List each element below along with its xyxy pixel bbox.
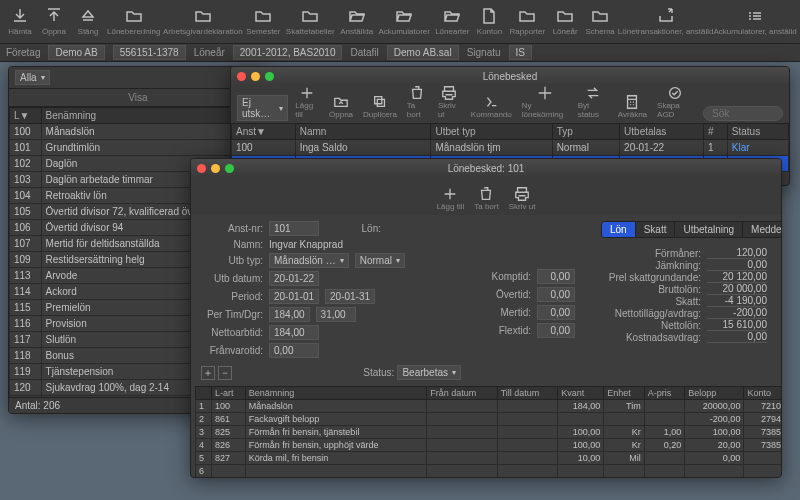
tool-skriv-ut[interactable]: Skriv ut bbox=[506, 184, 539, 213]
table-row[interactable]: 3825Förmån fri bensin, tjänstebil100,00K… bbox=[196, 426, 783, 439]
window-title: Lönebesked bbox=[483, 71, 538, 82]
table-row[interactable]: 100Månadslön bbox=[10, 124, 267, 140]
table-row[interactable]: 2861Fackavgift belopp-200,002794 bbox=[196, 413, 783, 426]
nettoarbtid-input[interactable]: 184,00 bbox=[269, 325, 319, 340]
col-header[interactable]: Konto bbox=[744, 387, 782, 400]
tool-anställda[interactable]: Anställda bbox=[338, 5, 375, 38]
label: Nettoarbtid: bbox=[201, 327, 263, 338]
tool-skriv-ut[interactable]: Skriv ut bbox=[435, 83, 464, 121]
sum-value: -200,00 bbox=[707, 307, 767, 319]
tool-duplicera[interactable]: Duplicera bbox=[360, 92, 400, 121]
remove-icon[interactable]: － bbox=[218, 366, 232, 380]
tool-konton[interactable]: Konton bbox=[473, 5, 505, 38]
status-dropdown[interactable]: Bearbetas bbox=[397, 365, 461, 380]
tab-lön[interactable]: Lön bbox=[602, 222, 636, 237]
filter-dropdown[interactable]: Alla bbox=[15, 70, 50, 85]
sum-label: Bruttolön: bbox=[601, 284, 701, 295]
col-header[interactable]: Status bbox=[727, 124, 788, 140]
tool-skattetabeller[interactable]: Skattetabeller bbox=[285, 5, 336, 38]
tool-arbetsgivardeklaration[interactable]: Arbetsgivardeklaration bbox=[163, 5, 242, 38]
search-input[interactable] bbox=[703, 106, 783, 121]
table-row[interactable]: 101Grundtimlön bbox=[10, 140, 267, 156]
tool-ackumulatorer, anställd[interactable]: Ackumulatorer, anställd bbox=[714, 5, 796, 38]
sum-value: 0,00 bbox=[707, 331, 767, 343]
tool-löneår[interactable]: Löneår bbox=[549, 5, 581, 38]
col-header[interactable]: Från datum bbox=[427, 387, 497, 400]
col-header[interactable]: Benämning bbox=[245, 387, 426, 400]
col-header[interactable]: Till datum bbox=[497, 387, 558, 400]
col-header[interactable]: Anst▼ bbox=[232, 124, 296, 140]
close-icon[interactable] bbox=[237, 72, 246, 81]
label: Anst-nr: bbox=[201, 223, 263, 234]
period-to-input[interactable]: 20-01-31 bbox=[325, 289, 375, 304]
pertim-input[interactable]: 184,00 bbox=[269, 307, 310, 322]
tool-skapa-agd[interactable]: Skapa AGD bbox=[654, 83, 696, 121]
col-header[interactable] bbox=[196, 387, 212, 400]
datafile: Demo AB.sal bbox=[387, 45, 459, 60]
table-row[interactable]: 1100Månadslön184,00Tim20000,007210 bbox=[196, 400, 783, 413]
flextid-input[interactable]: 0,00 bbox=[537, 323, 575, 338]
tool-lägg-till[interactable]: Lägg till bbox=[434, 184, 468, 213]
col-header[interactable]: L-art bbox=[211, 387, 245, 400]
col-header[interactable]: Typ bbox=[552, 124, 619, 140]
tool-rapporter[interactable]: Rapporter bbox=[507, 5, 547, 38]
zoom-icon[interactable] bbox=[225, 164, 234, 173]
utbtyp-dropdown[interactable]: Månadslön … bbox=[269, 253, 349, 268]
col-header[interactable]: Belopp bbox=[685, 387, 744, 400]
tool-lönearter[interactable]: Lönearter bbox=[433, 5, 471, 38]
col-header[interactable]: Utbetalas bbox=[620, 124, 704, 140]
tool-ta-bort[interactable]: Ta bort bbox=[404, 83, 431, 121]
franvarotid-input[interactable]: 0,00 bbox=[269, 343, 319, 358]
label: Övertid: bbox=[481, 289, 531, 300]
sum-label: Skatt: bbox=[601, 296, 701, 307]
utbdatum-input[interactable]: 20-01-22 bbox=[269, 271, 319, 286]
tool-avräkna[interactable]: Avräkna bbox=[615, 92, 650, 121]
minimize-icon[interactable] bbox=[251, 72, 260, 81]
period-from-input[interactable]: 20-01-01 bbox=[269, 289, 319, 304]
col-header[interactable]: Kvant bbox=[558, 387, 604, 400]
label: Period: bbox=[201, 291, 263, 302]
zoom-icon[interactable] bbox=[265, 72, 274, 81]
col-header[interactable]: A-pris bbox=[644, 387, 685, 400]
label: Flextid: bbox=[481, 325, 531, 336]
tool-löneberedning[interactable]: Löneberedning bbox=[106, 5, 161, 38]
table-row[interactable]: 6 bbox=[196, 465, 783, 478]
minimize-icon[interactable] bbox=[211, 164, 220, 173]
tool-öppna[interactable]: Öppna bbox=[326, 92, 356, 121]
sum-value: 15 610,00 bbox=[707, 319, 767, 331]
tool-stäng[interactable]: Stäng bbox=[72, 5, 104, 38]
tool-ta-bort[interactable]: Ta bort bbox=[471, 184, 501, 213]
tool-lägg-till[interactable]: Lägg till bbox=[292, 83, 322, 121]
tab-skatt[interactable]: Skatt bbox=[636, 222, 676, 237]
tool-semester[interactable]: Semester bbox=[244, 5, 282, 38]
col-header[interactable]: Enhet bbox=[604, 387, 645, 400]
tool-schema[interactable]: Schema bbox=[583, 5, 617, 38]
label: Utb datum: bbox=[201, 273, 263, 284]
komptid-input[interactable]: 0,00 bbox=[537, 269, 575, 284]
col-header[interactable]: Utbet typ bbox=[431, 124, 552, 140]
visa-label: Visa bbox=[128, 92, 147, 103]
tool-hämta[interactable]: Hämta bbox=[4, 5, 36, 38]
perdgr-input[interactable]: 31,00 bbox=[316, 307, 356, 322]
table-row[interactable]: 4826Förmån fri bensin, upphöjt värde100,… bbox=[196, 439, 783, 452]
anst-nr-input[interactable]: 101 bbox=[269, 221, 319, 236]
tool-öppna[interactable]: Öppna bbox=[38, 5, 70, 38]
tool-lönetransaktioner, anställd[interactable]: Lönetransaktioner, anställd bbox=[619, 5, 712, 38]
add-icon[interactable]: ＋ bbox=[201, 366, 215, 380]
close-icon[interactable] bbox=[197, 164, 206, 173]
col-header[interactable]: L▼ bbox=[10, 108, 42, 124]
mertid-input[interactable]: 0,00 bbox=[537, 305, 575, 320]
tool-kommando[interactable]: Kommando bbox=[468, 92, 515, 121]
table-row[interactable]: 100Inga SaldoMånadslön tjmNormal20-01-22… bbox=[232, 140, 789, 156]
typ-dropdown[interactable]: Normal bbox=[355, 253, 405, 268]
overtid-input[interactable]: 0,00 bbox=[537, 287, 575, 302]
tool-ny-lönekörning[interactable]: Ny lönekörning bbox=[519, 83, 571, 121]
tab-utbetalning[interactable]: Utbetalning bbox=[675, 222, 743, 237]
tab-meddelande[interactable]: Meddelande bbox=[743, 222, 782, 237]
table-row[interactable]: 5827Körda mil, fri bensin10,00Mil0,00 bbox=[196, 452, 783, 465]
col-header[interactable]: # bbox=[703, 124, 727, 140]
tool-byt-status[interactable]: Byt status bbox=[575, 83, 611, 121]
col-header[interactable]: Namn bbox=[295, 124, 431, 140]
tool-ackumulatorer[interactable]: Ackumulatorer bbox=[377, 5, 431, 38]
filter-dropdown[interactable]: Ej utsk… bbox=[237, 95, 288, 121]
